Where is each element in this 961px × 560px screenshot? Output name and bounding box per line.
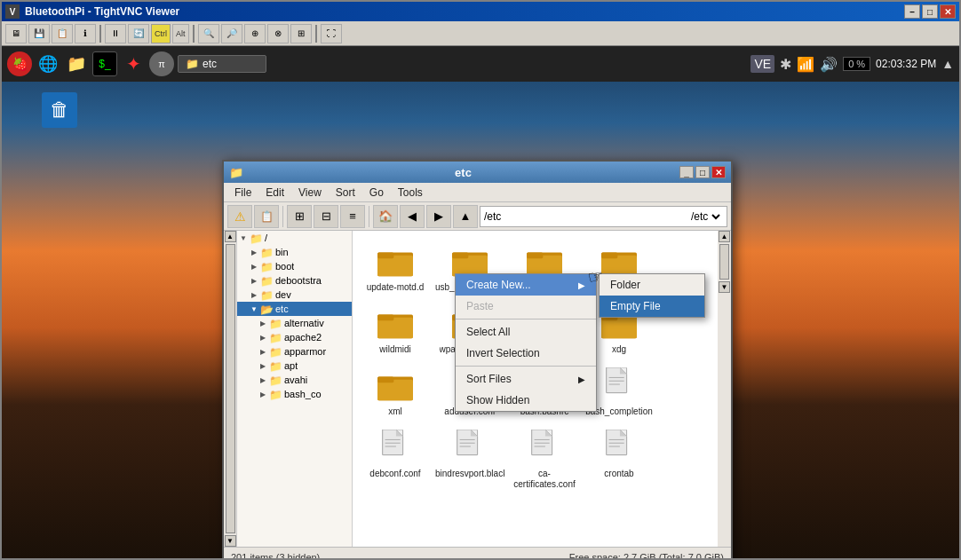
fm-tb-warning[interactable]: ⚠ <box>227 205 252 228</box>
svg-rect-22 <box>601 317 637 337</box>
folder-icon-deboostrap: 📁 <box>260 275 273 286</box>
menu-go[interactable]: Go <box>362 185 391 201</box>
terminal-icon[interactable]: $_ <box>92 51 117 76</box>
fm-tb-home[interactable]: 🏠 <box>373 205 398 228</box>
ctx-paste[interactable]: Paste <box>456 296 596 317</box>
file-item-debconf-conf[interactable]: debconf.conf <box>360 424 431 493</box>
submenu-folder[interactable]: Folder <box>600 274 704 296</box>
tree-arrow-bash-completion: ▶ <box>258 390 267 398</box>
files-scroll-down[interactable]: ▼ <box>719 281 730 293</box>
raspberry-icon[interactable]: 🍓 <box>7 51 32 76</box>
submenu-empty-file[interactable]: Empty File <box>600 296 704 317</box>
fm-statusbar: 201 items (3 hidden) Free space: 2.7 GiB… <box>224 547 731 558</box>
tb-sep3 <box>315 25 317 43</box>
trash-icon[interactable]: 🗑 <box>37 92 82 130</box>
clock: 02:03:32 PM <box>876 58 936 70</box>
tb-pause[interactable]: ⏸ <box>105 24 126 43</box>
svg-rect-13 <box>377 317 413 337</box>
file-item-wildmidi[interactable]: wildmidi <box>360 300 431 359</box>
file-item-xml[interactable]: xml <box>360 362 431 421</box>
menu-edit[interactable]: Edit <box>258 185 291 201</box>
svg-rect-8 <box>527 252 543 258</box>
tree-item-alternatives[interactable]: ▶ 📁 alternativ <box>237 316 352 330</box>
vnc-close-btn[interactable]: ✕ <box>940 4 956 19</box>
folder-icon-apt: 📁 <box>269 360 282 371</box>
tb-key2[interactable]: Alt <box>172 24 189 43</box>
file-item-update-motd[interactable]: update-motd.d <box>360 238 431 296</box>
burst-icon[interactable]: ✦ <box>121 51 146 76</box>
menu-sort[interactable]: Sort <box>329 185 362 201</box>
scroll-thumb[interactable] <box>226 244 235 533</box>
fm-tb-sep1 <box>282 206 283 227</box>
scroll-up-btn[interactable]: ▲ <box>225 231 236 242</box>
tb-info[interactable]: ℹ <box>75 24 96 43</box>
tb-save[interactable]: 💾 <box>28 24 50 43</box>
fm-minimize-btn[interactable]: _ <box>679 166 694 178</box>
tree-arrow-apache2: ▶ <box>258 333 267 342</box>
tb-zoom-custom[interactable]: ⊗ <box>267 24 289 43</box>
trash-image: 🗑 <box>42 92 77 128</box>
folder-icon-dev: 📁 <box>260 289 273 300</box>
tb-zoom-in[interactable]: ⊕ <box>244 24 266 43</box>
fm-tb-grid1[interactable]: ⊞ <box>287 205 312 228</box>
tb-search[interactable]: 🔍 <box>198 24 219 43</box>
tb-zoom-out[interactable]: 🔎 <box>221 24 242 43</box>
tb-refresh[interactable]: 🔄 <box>128 24 149 43</box>
tb-fullscreen[interactable]: ⛶ <box>321 24 342 43</box>
submenu: Folder Empty File <box>599 273 705 318</box>
up-arrow-icon: ▲ <box>941 57 954 71</box>
fm-tb-back[interactable]: ◀ <box>400 205 425 228</box>
menu-file[interactable]: File <box>227 185 258 201</box>
file-label-wildmidi: wildmidi <box>379 344 411 355</box>
tb-props[interactable]: 📋 <box>52 24 73 43</box>
tree-item-boot[interactable]: ▶ 📁 boot <box>237 259 352 273</box>
fm-address-bar[interactable]: /etc <box>480 206 727 227</box>
ctx-invert-selection[interactable]: Invert Selection <box>456 343 596 364</box>
pi-icon[interactable]: π <box>149 51 174 76</box>
fm-menubar: File Edit View Sort Go Tools <box>224 183 731 202</box>
file-item-ca-certificates[interactable]: ca-certificates.conf <box>509 424 580 493</box>
fm-address-dropdown[interactable]: /etc <box>687 209 723 224</box>
file-item-bindresvport[interactable]: bindresvport.blacklist <box>434 424 505 493</box>
ctx-show-hidden[interactable]: Show Hidden <box>456 390 596 411</box>
menu-tools[interactable]: Tools <box>391 185 430 201</box>
fm-tb-up[interactable]: ▲ <box>453 205 478 228</box>
fm-tb-view1[interactable]: 📋 <box>254 205 279 228</box>
tree-item-bash-completion[interactable]: ▶ 📁 bash_co <box>237 387 352 401</box>
ctx-sep2 <box>456 366 596 367</box>
ctx-select-all[interactable]: Select All <box>456 321 596 343</box>
file-label-ca-certificates: ca-certificates.conf <box>511 469 578 490</box>
fm-maximize-btn[interactable]: □ <box>695 166 710 178</box>
tree-item-avahi[interactable]: ▶ 📁 avahi <box>237 373 352 387</box>
vnc-maximize-btn[interactable]: □ <box>922 4 938 19</box>
file-img-ca-certificates <box>527 428 562 467</box>
tree-item-dev[interactable]: ▶ 📁 dev <box>237 288 352 302</box>
ctx-sort-files[interactable]: Sort Files ▶ <box>456 368 596 390</box>
vnc-minimize-btn[interactable]: – <box>904 4 920 19</box>
tree-item-root[interactable]: ▼ 📁 / <box>237 231 352 245</box>
files-scroll-thumb[interactable] <box>719 244 729 280</box>
tb-icon-vnc[interactable]: 🖥 <box>5 24 27 43</box>
fm-tb-list[interactable]: ≡ <box>340 205 365 228</box>
tree-item-etc[interactable]: ▼ 📂 etc <box>237 302 352 316</box>
tree-item-deboostrap[interactable]: ▶ 📁 debootstra <box>237 273 352 288</box>
file-item-crontab[interactable]: crontab <box>584 424 655 493</box>
ctx-create-new[interactable]: Create New... ▶ <box>456 274 596 296</box>
globe-icon[interactable]: 🌐 <box>36 51 60 76</box>
fm-tb-grid2[interactable]: ⊟ <box>314 205 338 228</box>
folder-icon[interactable]: 📁 <box>64 51 89 76</box>
tree-label-dev: dev <box>275 289 291 300</box>
tb-key1[interactable]: Ctrl <box>151 24 171 43</box>
tree-item-apparmor[interactable]: ▶ 📁 apparmor <box>237 344 352 359</box>
fm-address-input[interactable] <box>484 210 687 223</box>
tb-fit[interactable]: ⊞ <box>290 24 312 43</box>
fm-close-btn[interactable]: ✕ <box>711 166 726 178</box>
tree-item-apache2[interactable]: ▶ 📁 apache2 <box>237 330 352 344</box>
scroll-down-btn[interactable]: ▼ <box>225 535 236 547</box>
tree-item-apt[interactable]: ▶ 📁 apt <box>237 359 352 373</box>
menu-view[interactable]: View <box>291 185 329 201</box>
files-scroll-up[interactable]: ▲ <box>719 231 730 242</box>
current-path: etc <box>203 58 217 70</box>
fm-tb-forward[interactable]: ▶ <box>426 205 451 228</box>
tree-item-bin[interactable]: ▶ 📁 bin <box>237 245 352 259</box>
